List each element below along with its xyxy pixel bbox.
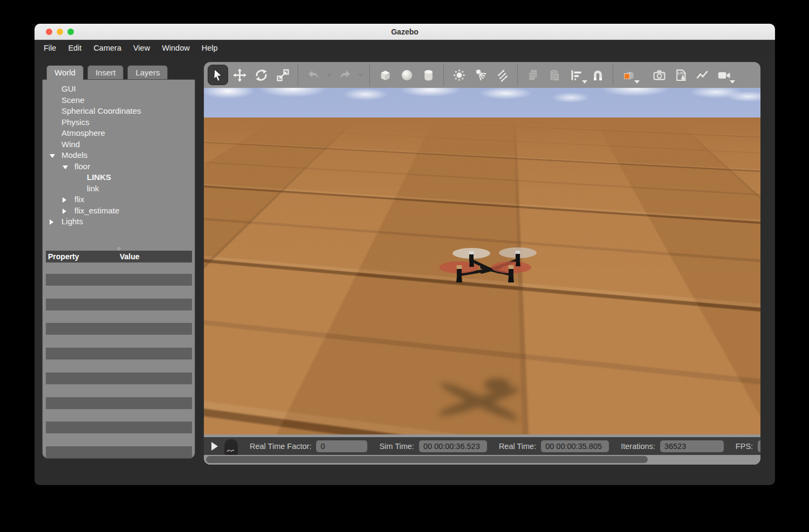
tree-item-label: GUI [61, 84, 76, 93]
property-table [46, 262, 192, 458]
tree-item-gui[interactable]: GUI [43, 84, 195, 95]
property-column-header: Property [46, 252, 79, 261]
toolbar-sphere-button[interactable] [396, 64, 417, 86]
toolbar-record-video-button[interactable] [714, 64, 734, 86]
tab-world[interactable]: World [46, 65, 84, 80]
menu-view[interactable]: View [127, 40, 156, 57]
3d-viewport[interactable] [204, 88, 760, 434]
tree-item-spherical-coordinates[interactable]: Spherical Coordinates [43, 106, 195, 117]
status-iterations-label: Iterations: [621, 442, 655, 451]
toolbar-spot-light-button[interactable] [470, 64, 491, 86]
menu-camera[interactable]: Camera [87, 40, 127, 57]
cylinder-icon [421, 68, 436, 82]
toolbar-cylinder-button[interactable] [418, 64, 438, 86]
titlebar[interactable]: Gazebo [35, 24, 775, 40]
tree-item-links[interactable]: LINKS [43, 172, 195, 183]
tab-layers[interactable]: Layers [127, 65, 168, 80]
align-icon [569, 68, 584, 82]
tree-item-flix[interactable]: flix [43, 194, 195, 205]
tree-item-physics[interactable]: Physics [43, 117, 195, 128]
tree-item-floor[interactable]: floor [43, 161, 195, 172]
toolbar-scale-button[interactable] [272, 64, 293, 86]
menu-window[interactable]: Window [156, 40, 196, 57]
collapse-arrow-icon[interactable] [63, 165, 68, 169]
toolbar-box-button[interactable] [375, 64, 395, 86]
property-row [46, 274, 192, 286]
world-panel: GUISceneSpherical CoordinatesPhysicsAtmo… [42, 79, 195, 459]
toolbar-data-logger-button[interactable]: LOG [670, 64, 691, 86]
toolbar-redo-button[interactable] [334, 64, 355, 86]
view-angle-icon [621, 68, 636, 82]
toolbar-plot-button[interactable] [692, 64, 712, 86]
toolbar-point-light-button[interactable] [449, 64, 469, 86]
status-real-time-value[interactable]: 00 00:00:35.805 [541, 440, 609, 452]
sphere-icon [400, 68, 414, 82]
splitter-handle[interactable] [117, 247, 121, 251]
svg-text:LOG: LOG [677, 71, 685, 75]
toolbar-undo-menu-button[interactable] [325, 64, 333, 86]
gazebo-window: Gazebo FileEditCameraViewWindowHelp Worl… [35, 24, 775, 485]
tree-item-label: Lights [61, 217, 83, 226]
toolbar-screenshot-button[interactable] [649, 64, 669, 86]
property-row [46, 372, 192, 384]
tree-item-link[interactable]: link [43, 183, 195, 195]
tab-insert[interactable]: Insert [87, 65, 124, 80]
toolbar-rotate-button[interactable] [251, 64, 271, 86]
scrollbar-thumb[interactable] [206, 456, 648, 463]
collapse-arrow-icon[interactable] [50, 154, 55, 158]
tree-item-label: Physics [61, 118, 90, 127]
spot-light-icon [474, 68, 488, 82]
menu-file[interactable]: File [38, 40, 62, 57]
step-button[interactable] [224, 439, 238, 455]
status-real-time-factor-value[interactable]: 0 [316, 440, 367, 452]
status-real-time: Real Time:00 00:00:35.805 [487, 440, 609, 452]
property-row [46, 397, 192, 409]
tree-item-wind[interactable]: Wind [43, 139, 195, 150]
expand-arrow-icon[interactable] [63, 209, 66, 214]
menu-help[interactable]: Help [196, 40, 224, 57]
drone-shadow [429, 372, 529, 431]
record-video-icon [717, 68, 731, 82]
expand-arrow-icon[interactable] [63, 197, 66, 203]
toolbar-view-angle-button[interactable] [618, 64, 639, 86]
toolbar-copy-button[interactable] [523, 64, 543, 86]
toolbar-separator [298, 64, 298, 86]
status-sim-time-value[interactable]: 00 00:00:36.523 [419, 440, 487, 452]
tree-item-flix-estimate[interactable]: flix_estimate [43, 205, 195, 217]
toolbar-paste-button[interactable] [544, 64, 565, 86]
horizontal-scrollbar[interactable] [206, 456, 758, 463]
toolbar-undo-button[interactable] [303, 64, 324, 86]
toolbar-align-button[interactable] [566, 64, 586, 86]
toolbar-translate-button[interactable] [229, 64, 250, 86]
toolbar-redo-menu-button[interactable] [356, 64, 365, 86]
dropdown-arrow-icon [358, 74, 362, 77]
play-icon[interactable] [211, 442, 218, 451]
property-row [46, 422, 192, 433]
property-row [46, 446, 192, 458]
menu-edit[interactable]: Edit [62, 40, 87, 57]
screenshot-icon [652, 68, 667, 82]
value-column-header: Value [120, 251, 140, 262]
toolbar-directional-light-button[interactable] [492, 64, 512, 86]
copy-icon [526, 68, 540, 82]
world-tree: GUISceneSpherical CoordinatesPhysicsAtmo… [43, 80, 195, 227]
tree-item-scene[interactable]: Scene [43, 95, 195, 106]
tree-item-lights[interactable]: Lights [43, 216, 195, 227]
undo-icon [306, 68, 321, 82]
paste-icon [547, 68, 562, 82]
expand-arrow-icon[interactable] [50, 219, 53, 225]
status-iterations: Iterations:36523 [609, 440, 724, 452]
toolbar-select-button[interactable] [208, 65, 228, 85]
drone-model-flix[interactable] [440, 247, 542, 290]
property-row [46, 323, 192, 335]
tree-item-label: flix_estimate [74, 206, 119, 215]
tree-item-models[interactable]: Models [43, 150, 195, 161]
tree-item-atmosphere[interactable]: Atmosphere [43, 128, 195, 139]
tree-item-label: LINKS [87, 172, 111, 182]
data-logger-icon: LOG [674, 68, 688, 82]
status-iterations-value[interactable]: 36523 [660, 440, 724, 452]
toolbar-separator [369, 64, 370, 86]
tree-item-label: Scene [61, 95, 85, 105]
toolbar-snap-button[interactable] [587, 64, 608, 86]
status-fps-value[interactable]: 62 [758, 440, 760, 452]
